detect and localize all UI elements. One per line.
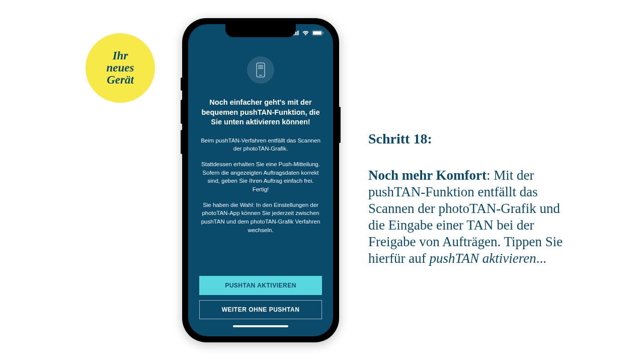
phone-power-button	[339, 107, 341, 143]
step-body: Noch mehr Komfort: Mit der pushTAN-Funkt…	[368, 167, 574, 267]
phone-device-icon	[256, 62, 266, 78]
phone-volume-up	[181, 100, 182, 124]
svg-rect-5	[313, 31, 321, 35]
phone-screen: Noch einfacher geht's mit der bequemen p…	[188, 24, 333, 336]
screen-content: Noch einfacher geht's mit der bequemen p…	[188, 41, 333, 336]
badge-line1: Ihr	[113, 49, 128, 62]
screen-paragraph-1: Beim pushTAN-Verfahren entfällt das Scan…	[199, 136, 322, 153]
new-device-badge: Ihr neues Gerät	[86, 33, 155, 103]
step-trailing: ...	[536, 251, 546, 266]
instructions-panel: Schritt 18: Noch mehr Komfort: Mit der p…	[368, 131, 574, 267]
screen-paragraph-3: Sie haben die Wahl: In den Einstellungen…	[199, 201, 322, 235]
continue-without-pushtan-button[interactable]: WEITER OHNE PUSHTAN	[199, 300, 322, 319]
svg-rect-2	[295, 32, 297, 35]
step-bold-lead: Noch mehr Komfort	[368, 168, 487, 183]
battery-icon	[312, 30, 324, 36]
device-icon-circle	[247, 56, 274, 84]
badge-line3: Gerät	[107, 74, 134, 86]
activate-pushtan-button[interactable]: PUSHTAN AKTIVIEREN	[199, 276, 322, 295]
phone-frame: Noch einfacher geht's mit der bequemen p…	[182, 18, 339, 342]
badge-line2: neues	[107, 61, 134, 74]
step-italic-action: pushTAN aktivieren	[429, 251, 536, 266]
status-icons	[291, 30, 324, 36]
badge-text: Ihr neues Gerät	[107, 50, 134, 86]
phone-notch	[225, 24, 296, 37]
screen-paragraph-2: Stattdessen erhalten Sie eine Push-Mitte…	[199, 160, 322, 194]
home-indicator	[233, 325, 288, 327]
svg-rect-6	[323, 32, 324, 34]
wifi-icon	[302, 30, 309, 36]
screen-heading: Noch einfacher geht's mit der bequemen p…	[199, 98, 322, 127]
button-group: PUSHTAN AKTIVIEREN WEITER OHNE PUSHTAN	[199, 276, 322, 323]
phone-mute-switch	[181, 78, 182, 91]
svg-rect-3	[297, 31, 299, 35]
step-label: Schritt 18:	[368, 131, 574, 147]
phone-volume-down	[181, 130, 182, 154]
